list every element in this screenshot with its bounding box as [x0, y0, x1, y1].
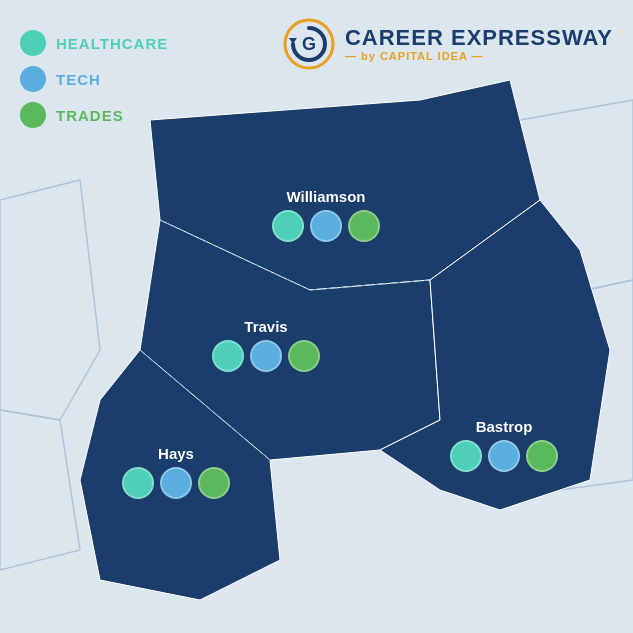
healthcare-dot [20, 30, 46, 56]
hays-tech-dot [160, 467, 192, 499]
williamson-dots [272, 210, 380, 242]
bastrop-name: Bastrop [450, 418, 558, 435]
hays-trades-dot [198, 467, 230, 499]
trades-dot [20, 102, 46, 128]
hays-healthcare-dot [122, 467, 154, 499]
hays-name: Hays [122, 445, 230, 462]
bastrop-tech-dot [488, 440, 520, 472]
bastrop-dots [450, 440, 558, 472]
travis-trades-dot [288, 340, 320, 372]
bastrop-label: Bastrop [450, 418, 558, 472]
hays-dots [122, 467, 230, 499]
trades-label: TRADES [56, 107, 124, 124]
travis-name: Travis [212, 318, 320, 335]
svg-text:G: G [302, 34, 316, 54]
logo-subtitle: — by CAPITAL IDEA — [345, 50, 613, 62]
williamson-tech-dot [310, 210, 342, 242]
williamson-label: Williamson [272, 188, 380, 242]
travis-dots [212, 340, 320, 372]
svg-marker-2 [289, 38, 297, 44]
healthcare-label: HEALTHCARE [56, 35, 168, 52]
williamson-trades-dot [348, 210, 380, 242]
hays-label: Hays [122, 445, 230, 499]
williamson-name: Williamson [272, 188, 380, 205]
logo-text: CAREER EXPRESSWAY — by CAPITAL IDEA — [345, 26, 613, 62]
tech-label: TECH [56, 71, 101, 88]
legend-item-trades: TRADES [20, 102, 168, 128]
williamson-healthcare-dot [272, 210, 304, 242]
travis-healthcare-dot [212, 340, 244, 372]
travis-label: Travis [212, 318, 320, 372]
legend-item-tech: TECH [20, 66, 168, 92]
logo-icon: G [283, 18, 335, 70]
travis-tech-dot [250, 340, 282, 372]
bastrop-healthcare-dot [450, 440, 482, 472]
legend-item-healthcare: HEALTHCARE [20, 30, 168, 56]
main-container: HEALTHCARE TECH TRADES G CAREER EXPRESSW… [0, 0, 633, 633]
logo: G CAREER EXPRESSWAY — by CAPITAL IDEA — [283, 18, 613, 70]
tech-dot [20, 66, 46, 92]
logo-title: CAREER EXPRESSWAY [345, 26, 613, 50]
bastrop-trades-dot [526, 440, 558, 472]
legend: HEALTHCARE TECH TRADES [20, 30, 168, 128]
